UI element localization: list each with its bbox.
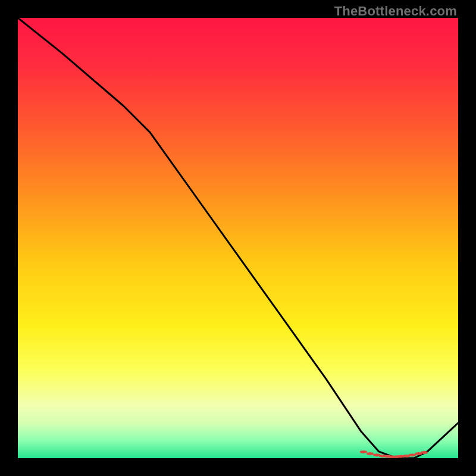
gradient-background — [18, 18, 458, 458]
marker-dot — [422, 451, 425, 454]
marker-dot — [381, 455, 384, 458]
chart-frame — [18, 18, 458, 458]
marker-dot — [405, 455, 408, 458]
marker-dot — [375, 453, 378, 456]
marker-dot — [399, 455, 402, 458]
marker-dot — [417, 452, 420, 455]
bottleneck-chart — [18, 18, 458, 458]
watermark-text: TheBottleneck.com — [334, 4, 457, 19]
marker-dot — [368, 452, 371, 455]
marker-dot — [411, 453, 414, 456]
marker-dot — [362, 450, 365, 453]
